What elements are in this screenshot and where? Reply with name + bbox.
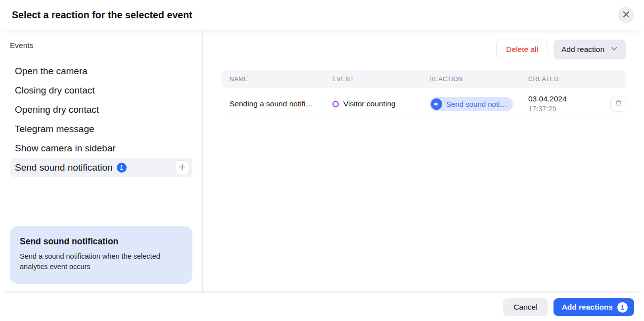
event-ring-icon (332, 101, 339, 107)
chevron-down-icon (610, 45, 618, 55)
cancel-button[interactable]: Cancel (503, 298, 548, 316)
column-header-reaction: REACTION (429, 76, 528, 83)
row-actions-cell (601, 96, 626, 112)
table-header-row: NAME EVENT REACTION CREATED (222, 70, 626, 88)
close-icon (623, 11, 630, 19)
events-heading: Events (10, 41, 202, 50)
event-item-label: Open the camera (15, 66, 88, 77)
close-button[interactable] (618, 7, 634, 23)
modal-header: Select a reaction for the selected event (0, 0, 644, 30)
page-title: Select a reaction for the selected event (12, 9, 192, 21)
created-cell: 03.04.2024 17:37:29 (528, 94, 601, 114)
column-header-event: EVENT (332, 76, 429, 83)
select-reaction-modal: Select a reaction for the selected event… (0, 0, 644, 321)
event-info-box: Send sound notification Send a sound not… (10, 226, 192, 284)
column-header-name: NAME (222, 76, 332, 83)
sidebar-item-open-the-camera[interactable]: Open the camera (10, 61, 192, 81)
add-event-reaction-button[interactable] (175, 160, 189, 175)
sidebar-item-send-sound-notification[interactable]: Send sound notification 1 (10, 158, 192, 177)
sidebar-item-show-camera-in-sidebar[interactable]: Show camera in sidebar (10, 138, 192, 158)
add-reactions-count-badge: 1 (617, 302, 628, 313)
reaction-pill-label: Send sound noti… (446, 100, 507, 108)
created-time: 17:37:29 (528, 104, 601, 114)
speaker-icon (431, 98, 442, 110)
events-sidebar: Events Open the camera Closing dry conta… (0, 30, 203, 293)
add-reaction-dropdown-button[interactable]: Add reaction (553, 40, 626, 59)
event-cell-label: Visitor counting (343, 99, 396, 108)
add-reaction-label: Add reaction (561, 45, 604, 54)
reactions-toolbar: Delete all Add reaction (222, 40, 626, 59)
event-item-label: Send sound notification (15, 162, 113, 173)
add-reactions-button[interactable]: Add reactions 1 (553, 298, 634, 316)
event-item-label: Show camera in sidebar (15, 143, 116, 154)
column-header-created: CREATED (528, 76, 601, 83)
selected-count-badge: 1 (117, 163, 127, 173)
sidebar-item-telegram-message[interactable]: Telegram message (10, 119, 192, 138)
plus-icon (179, 163, 186, 172)
event-cell: Visitor counting (332, 99, 429, 108)
reaction-pill[interactable]: Send sound noti… (429, 97, 513, 111)
info-title: Send sound notification (20, 236, 183, 247)
reactions-panel: Delete all Add reaction NAME EVENT REACT… (203, 30, 644, 293)
event-item-label: Opening dry contact (15, 104, 99, 115)
delete-all-button[interactable]: Delete all (496, 40, 548, 59)
reaction-cell: Send sound noti… (429, 97, 528, 111)
info-description: Send a sound notification when the selec… (20, 251, 183, 273)
event-list: Open the camera Closing dry contact Open… (0, 61, 202, 177)
table-row: Sending a sound notifi… Visitor counting… (222, 88, 626, 120)
sidebar-item-opening-dry-contact[interactable]: Opening dry contact (10, 100, 192, 119)
modal-footer: Cancel Add reactions 1 (0, 293, 644, 321)
event-item-label: Closing dry contact (15, 85, 95, 96)
delete-row-button[interactable] (610, 96, 626, 112)
event-item-label: Telegram message (15, 124, 94, 135)
trash-icon (614, 99, 623, 109)
created-date: 03.04.2024 (528, 94, 601, 104)
reactions-table: NAME EVENT REACTION CREATED Sending a so… (222, 70, 626, 120)
sidebar-item-closing-dry-contact[interactable]: Closing dry contact (10, 81, 192, 100)
reaction-name-cell: Sending a sound notifi… (222, 99, 332, 108)
add-reactions-label: Add reactions (562, 303, 613, 312)
